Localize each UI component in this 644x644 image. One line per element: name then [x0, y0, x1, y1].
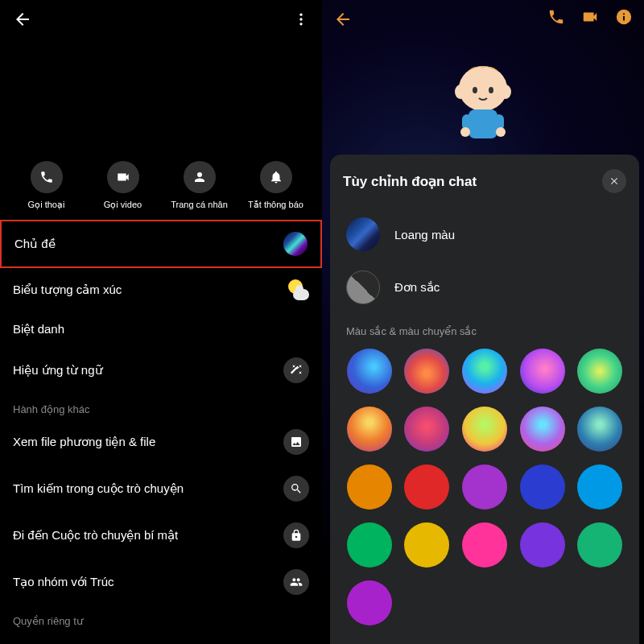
svg-point-4 — [455, 85, 466, 99]
modal-title: Tùy chỉnh đoạn chat — [343, 173, 477, 190]
video-icon — [116, 170, 130, 184]
create-group-setting[interactable]: Tạo nhóm với Trúc — [0, 559, 322, 605]
solid-option[interactable]: Đơn sắc — [343, 261, 626, 314]
settings-list: Chủ đề Biểu tượng cảm xúc Biệt danh Hiệu… — [0, 220, 322, 630]
group-icon — [283, 569, 309, 595]
color-swatch-10[interactable] — [347, 464, 392, 510]
color-swatch-5[interactable] — [347, 407, 392, 452]
avatar-area — [0, 42, 322, 155]
color-swatch-13[interactable] — [520, 464, 565, 510]
media-files-setting[interactable]: Xem file phương tiện & file — [0, 419, 322, 465]
svg-point-2 — [299, 23, 302, 25]
theme-chooser-pane: Tùy chỉnh đoạn chat Loang màu Đơn sắc Mà… — [322, 0, 644, 644]
emoji-setting[interactable]: Biểu tượng cảm xúc — [0, 268, 322, 312]
svg-point-6 — [473, 87, 477, 93]
quick-actions: Gọi thoại Gọi video Trang cá nhân Tắt th… — [0, 155, 322, 220]
solid-swatch-icon — [346, 270, 380, 304]
color-swatch-6[interactable] — [404, 407, 449, 452]
modal-header: Tùy chỉnh đoạn chat — [343, 169, 626, 193]
video-icon[interactable] — [581, 8, 599, 29]
call-button[interactable]: Gọi thoại — [8, 161, 85, 210]
color-swatch-7[interactable] — [462, 407, 507, 452]
phone-icon[interactable] — [547, 8, 565, 29]
back-button[interactable] — [333, 10, 353, 32]
person-icon — [192, 170, 207, 184]
call-label: Gọi thoại — [28, 200, 65, 210]
more-menu-button[interactable] — [293, 11, 309, 31]
color-swatch-11[interactable] — [404, 464, 449, 510]
svg-point-0 — [299, 14, 302, 16]
gradient-swatch-icon — [346, 217, 380, 251]
image-icon — [283, 429, 309, 455]
info-icon[interactable] — [615, 8, 633, 29]
color-swatch-15[interactable] — [347, 522, 392, 568]
secret-conversation-setting[interactable]: Đi đến Cuộc trò chuyện bí mật — [0, 512, 322, 559]
search-conversation-setting[interactable]: Tìm kiếm trong cuộc trò chuyện — [0, 465, 322, 512]
settings-pane: Gọi thoại Gọi video Trang cá nhân Tắt th… — [0, 0, 322, 644]
color-swatch-18[interactable] — [520, 522, 565, 568]
theme-setting[interactable]: Chủ đề — [0, 220, 322, 268]
privacy-header: Quyền riêng tư — [0, 605, 322, 630]
other-actions-header: Hành động khác — [0, 394, 322, 419]
color-section-label: Màu sắc & màu chuyển sắc — [346, 325, 626, 337]
word-effects-setting[interactable]: Hiệu ứng từ ngữ — [0, 347, 322, 394]
profile-label: Trang cá nhân — [171, 200, 228, 209]
mute-button[interactable]: Tắt thông báo — [237, 161, 314, 210]
gradient-option[interactable]: Loang màu — [343, 208, 626, 261]
color-swatch-0[interactable] — [347, 349, 392, 394]
color-swatch-2[interactable] — [462, 349, 507, 394]
mute-label: Tắt thông báo — [248, 200, 303, 210]
back-button[interactable] — [13, 10, 32, 32]
color-swatch-14[interactable] — [577, 464, 622, 510]
profile-button[interactable]: Trang cá nhân — [161, 161, 237, 210]
color-swatch-1[interactable] — [404, 349, 449, 394]
search-icon — [283, 476, 309, 502]
contact-avatar — [443, 56, 523, 148]
customize-chat-modal: Tùy chỉnh đoạn chat Loang màu Đơn sắc Mà… — [330, 155, 639, 644]
color-swatch-19[interactable] — [577, 522, 622, 568]
color-swatch-4[interactable] — [577, 349, 622, 394]
header — [0, 0, 322, 42]
phone-icon — [39, 170, 54, 184]
color-swatch-3[interactable] — [520, 349, 565, 394]
color-swatch-8[interactable] — [520, 407, 565, 452]
color-grid — [343, 347, 626, 627]
color-swatch-20[interactable] — [347, 580, 392, 625]
emoji-preview-icon — [287, 279, 309, 301]
svg-point-7 — [489, 87, 493, 93]
wand-icon — [283, 357, 309, 383]
bell-icon — [269, 170, 283, 184]
video-call-button[interactable]: Gọi video — [85, 161, 161, 210]
close-button[interactable] — [602, 169, 626, 193]
color-swatch-9[interactable] — [577, 407, 622, 452]
lock-icon — [283, 522, 309, 548]
theme-preview-icon — [283, 232, 308, 256]
chat-toolbar — [547, 8, 633, 29]
nickname-setting[interactable]: Biệt danh — [0, 312, 322, 347]
color-swatch-17[interactable] — [462, 522, 507, 568]
color-swatch-12[interactable] — [462, 464, 507, 510]
svg-point-1 — [299, 18, 302, 20]
svg-rect-8 — [469, 109, 497, 138]
svg-point-3 — [459, 66, 507, 111]
svg-point-5 — [500, 85, 511, 99]
svg-point-11 — [460, 127, 470, 137]
color-swatch-16[interactable] — [404, 522, 449, 568]
video-label: Gọi video — [104, 200, 142, 210]
svg-point-12 — [496, 127, 506, 137]
